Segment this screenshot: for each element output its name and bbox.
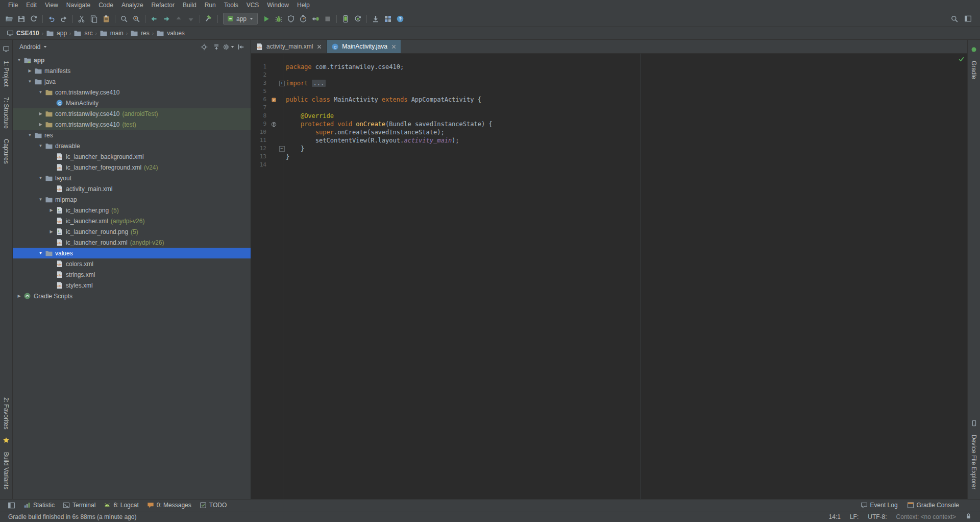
tool-button-terminal[interactable]: Terminal xyxy=(59,500,99,510)
menu-vcs[interactable]: VCS xyxy=(242,0,263,11)
inspections-ok-icon[interactable] xyxy=(958,56,965,62)
tool-button-captures[interactable]: Captures xyxy=(3,139,10,164)
code-line[interactable]: 10 super.onCreate(savedInstanceState); xyxy=(251,128,967,136)
breadcrumb-values[interactable]: values xyxy=(155,29,186,37)
tree-item-ic-launcher-background-xml[interactable]: </>ic_launcher_background.xml xyxy=(13,151,251,162)
menu-window[interactable]: Window xyxy=(263,0,293,11)
tree-item-ic-launcher-xml-anydpi-v26[interactable]: </>ic_launcher.xml(anydpi-v26) xyxy=(13,216,251,226)
copy-button[interactable] xyxy=(88,13,100,25)
fold-expand-icon[interactable]: + xyxy=(279,81,285,86)
back-button[interactable] xyxy=(148,13,160,25)
expand-arrow-icon[interactable]: ▶ xyxy=(36,111,45,116)
fold-cell[interactable]: + xyxy=(278,81,286,86)
tool-button-logcat[interactable]: 6: Logcat xyxy=(100,500,142,510)
tree-item-app[interactable]: ▼app xyxy=(13,55,251,65)
tab-close-button[interactable] xyxy=(317,44,322,49)
menu-analyze[interactable]: Analyze xyxy=(117,0,148,11)
open-button[interactable] xyxy=(3,13,15,25)
gradle-dot-icon[interactable] xyxy=(971,46,977,53)
code-line[interactable]: 7 xyxy=(251,104,967,112)
status-context[interactable]: Context: <no context> xyxy=(896,513,956,520)
code-line[interactable]: 5 xyxy=(251,87,967,96)
tool-button-tool-window-switcher[interactable] xyxy=(4,500,19,510)
status-encoding[interactable]: UTF-8: xyxy=(868,513,887,520)
previous-occurrence-button[interactable] xyxy=(173,13,185,25)
tool-button-device-file-explorer[interactable]: Device File Explorer xyxy=(970,435,977,489)
profiler-button[interactable] xyxy=(297,13,309,25)
tool-button-2-favorites[interactable]: 2: Favorites xyxy=(3,397,10,430)
star-icon[interactable] xyxy=(3,437,10,444)
debug-button[interactable] xyxy=(273,13,285,25)
tree-item-ic-launcher-png-5[interactable]: ▶ic_launcher.png(5) xyxy=(13,205,251,216)
tree-item-activity-main-xml[interactable]: </>activity_main.xml xyxy=(13,183,251,194)
collapse-arrow-icon[interactable]: ▼ xyxy=(36,90,45,94)
find-button[interactable] xyxy=(118,13,130,25)
tool-button-gradle[interactable]: Gradle xyxy=(970,61,977,79)
collapse-arrow-icon[interactable]: ▼ xyxy=(36,176,45,180)
menu-code[interactable]: Code xyxy=(94,0,117,11)
tree-item-drawable[interactable]: ▼drawable xyxy=(13,140,251,151)
breadcrumb-cse410[interactable]: CSE410 xyxy=(5,30,41,37)
tree-item-res[interactable]: ▼res xyxy=(13,130,251,140)
menu-build[interactable]: Build xyxy=(179,0,201,11)
code-line[interactable]: 14 xyxy=(251,161,967,169)
sdk-manager-button[interactable] xyxy=(370,13,382,25)
next-occurrence-button[interactable] xyxy=(185,13,197,25)
code-line[interactable]: 8 @Override xyxy=(251,112,967,120)
tree-item-colors-xml[interactable]: </>colors.xml xyxy=(13,258,251,269)
menu-view[interactable]: View xyxy=(41,0,62,11)
expand-arrow-icon[interactable]: ▶ xyxy=(26,68,34,73)
menu-navigate[interactable]: Navigate xyxy=(62,0,94,11)
fold-cell[interactable]: − xyxy=(278,146,286,152)
tree-item-layout[interactable]: ▼layout xyxy=(13,173,251,183)
code-line[interactable]: 1package com.tristanwiley.cse410; xyxy=(251,63,967,71)
make-project-button[interactable] xyxy=(203,13,215,25)
collapse-arrow-icon[interactable]: ▼ xyxy=(36,197,45,202)
search-everywhere-button[interactable] xyxy=(948,13,961,25)
status-line-separator[interactable]: LF: xyxy=(850,513,859,520)
menu-file[interactable]: File xyxy=(4,0,22,11)
breadcrumb-app[interactable]: app xyxy=(44,29,68,37)
code-line[interactable]: 11 setContentView(R.layout.activity_main… xyxy=(251,136,967,145)
tool-button-todo[interactable]: TODO xyxy=(196,500,230,510)
breadcrumb-src[interactable]: src xyxy=(72,29,94,37)
code-editor[interactable]: 1package com.tristanwiley.cse410;23+impo… xyxy=(251,54,967,499)
hide-panel-button[interactable] xyxy=(235,41,247,53)
cut-button[interactable] xyxy=(76,13,88,25)
tree-item-com-tristanwiley-cse410[interactable]: ▼com.tristanwiley.cse410 xyxy=(13,87,251,98)
tree-item-com-tristanwiley-cse410-androidtest[interactable]: ▶com.tristanwiley.cse410(androidTest) xyxy=(13,108,251,119)
tree-item-ic-launcher-foreground-xml-v24[interactable]: </>ic_launcher_foreground.xml(v24) xyxy=(13,162,251,173)
tool-windows-button[interactable] xyxy=(962,13,974,25)
redo-button[interactable] xyxy=(58,13,70,25)
help-button[interactable]: ? xyxy=(394,13,406,25)
tree-item-mainactivity[interactable]: CMainActivity xyxy=(13,98,251,108)
tree-item-com-tristanwiley-cse410-test[interactable]: ▶com.tristanwiley.cse410(test) xyxy=(13,119,251,130)
tool-button-build-variants[interactable]: Build Variants xyxy=(3,452,10,489)
tool-button-messages[interactable]: 0: Messages xyxy=(143,500,195,510)
editor-tab-activity-main-xml[interactable]: </>activity_main.xml xyxy=(251,40,327,53)
run-with-coverage-button[interactable] xyxy=(285,13,297,25)
code-line[interactable]: 9 protected void onCreate(Bundle savedIn… xyxy=(251,120,967,128)
stop-button[interactable] xyxy=(322,13,334,25)
undo-button[interactable] xyxy=(45,13,58,25)
tab-close-button[interactable] xyxy=(391,44,396,49)
expand-arrow-icon[interactable]: ▶ xyxy=(47,229,56,234)
menu-run[interactable]: Run xyxy=(201,0,220,11)
tree-item-mipmap[interactable]: ▼mipmap xyxy=(13,194,251,205)
tool-button-7-structure[interactable]: 7: Structure xyxy=(3,97,10,129)
collapse-arrow-icon[interactable]: ▼ xyxy=(26,79,34,84)
tool-button-gradle-console[interactable]: Gradle Console xyxy=(903,500,963,510)
collapse-arrow-icon[interactable]: ▼ xyxy=(36,144,45,148)
paste-button[interactable] xyxy=(100,13,112,25)
replace-button[interactable] xyxy=(130,13,142,25)
attach-debugger-button[interactable] xyxy=(309,13,322,25)
menu-help[interactable]: Help xyxy=(293,0,314,11)
collapse-arrow-icon[interactable]: ▼ xyxy=(36,251,45,255)
device-phone-icon[interactable] xyxy=(971,420,977,426)
code-line[interactable]: 12− } xyxy=(251,145,967,153)
breadcrumb-main[interactable]: main xyxy=(98,29,125,37)
tree-item-manifests[interactable]: ▶manifests xyxy=(13,65,251,76)
menu-edit[interactable]: Edit xyxy=(22,0,41,11)
tree-item-strings-xml[interactable]: </>strings.xml xyxy=(13,269,251,280)
code-line[interactable]: 13} xyxy=(251,153,967,161)
